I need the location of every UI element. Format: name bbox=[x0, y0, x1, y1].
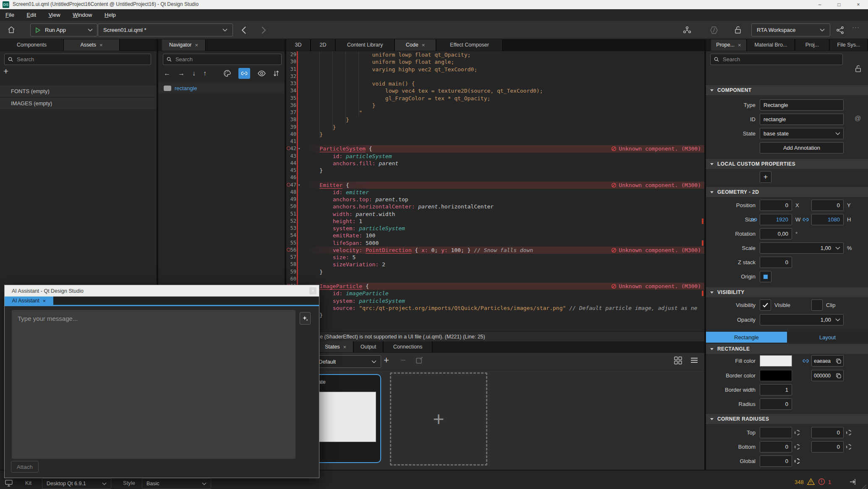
ai-sparkle-button[interactable] bbox=[300, 312, 311, 325]
code-line-54[interactable]: 54 emitRate: 100 bbox=[286, 232, 704, 239]
tab-projects[interactable]: Proj... bbox=[795, 39, 829, 51]
line-number[interactable]: 44 bbox=[286, 160, 296, 167]
line-number[interactable]: 42 bbox=[286, 145, 296, 152]
reset-icon[interactable] bbox=[795, 430, 800, 435]
opacity-field[interactable]: 1,00 bbox=[760, 314, 844, 325]
link-icon[interactable] bbox=[803, 216, 809, 223]
code-line-29[interactable]: 29 uniform lowp float qt_Opacity; bbox=[286, 51, 704, 58]
alias-at-icon[interactable]: @ bbox=[855, 114, 861, 122]
menu-window[interactable]: Window bbox=[67, 9, 97, 21]
line-number[interactable]: 39 bbox=[286, 124, 296, 131]
back-button[interactable] bbox=[241, 26, 246, 34]
code-line-39[interactable]: 39 } bbox=[286, 124, 704, 131]
share-icon[interactable] bbox=[836, 26, 844, 34]
line-number[interactable]: 30 bbox=[286, 58, 296, 65]
section-corner-radiuses[interactable]: CORNER RADIUSES bbox=[706, 414, 868, 424]
code-line-37[interactable]: 37 " bbox=[286, 109, 704, 116]
link-icon[interactable] bbox=[803, 358, 809, 364]
properties-search[interactable] bbox=[710, 54, 843, 65]
tab-2d[interactable]: 2D bbox=[311, 39, 335, 51]
line-number[interactable]: 57 bbox=[286, 254, 296, 261]
tab-output[interactable]: Output bbox=[354, 341, 383, 352]
line-number[interactable]: 49 bbox=[286, 196, 296, 203]
id-field[interactable]: rectangle bbox=[760, 114, 844, 125]
radius-field[interactable]: 0 bbox=[760, 398, 792, 410]
fill-color-swatch[interactable] bbox=[760, 355, 792, 367]
ai-assistant-titlebar[interactable]: AI Assistant - Qt Design Studio × bbox=[5, 285, 319, 297]
code-line-51[interactable]: 51 width: parent.width bbox=[286, 211, 704, 218]
state-dropdown[interactable]: base state bbox=[760, 128, 844, 139]
line-number[interactable]: 31 bbox=[286, 66, 296, 73]
tab-states[interactable]: States× bbox=[318, 341, 353, 352]
code-line-36[interactable]: 36 } bbox=[286, 102, 704, 109]
corner-bottom-right-field[interactable]: 0 bbox=[811, 441, 844, 453]
line-number[interactable]: 33 bbox=[286, 80, 296, 87]
close-icon[interactable]: × bbox=[99, 42, 103, 48]
sort-order-icon[interactable] bbox=[273, 70, 279, 77]
line-number[interactable]: 47 bbox=[286, 182, 296, 189]
error-count[interactable]: 1 bbox=[828, 479, 831, 485]
code-line-43[interactable]: 43 id: particleSystem bbox=[286, 153, 704, 160]
line-number[interactable]: 54 bbox=[286, 232, 296, 239]
tab-code[interactable]: Code× bbox=[395, 39, 436, 51]
tab-material-browser[interactable]: Material Bro... bbox=[747, 39, 795, 51]
code-line-48[interactable]: 48 id: emitter bbox=[286, 189, 704, 196]
code-line-35[interactable]: 35 gl_FragColor = tex * qt_Opacity; bbox=[286, 95, 704, 102]
code-line-32[interactable]: 32 bbox=[286, 73, 704, 80]
menu-help[interactable]: Help bbox=[99, 9, 121, 21]
effects-hexagon-icon[interactable] bbox=[709, 26, 719, 35]
line-number[interactable]: 37 bbox=[286, 109, 296, 116]
add-asset-button[interactable]: + bbox=[3, 66, 8, 76]
visible-checkbox[interactable] bbox=[760, 299, 771, 311]
assets-row-images[interactable]: IMAGES (empty) bbox=[0, 98, 157, 109]
code-line-45[interactable]: 45 } bbox=[286, 167, 704, 174]
line-number[interactable]: 43 bbox=[286, 153, 296, 160]
code-line-34[interactable]: 34 lowp vec4 tex = texture2D(source, qt_… bbox=[286, 87, 704, 94]
visibility-eye-icon[interactable] bbox=[258, 70, 266, 76]
line-number[interactable]: 48 bbox=[286, 189, 296, 196]
code-line-31[interactable]: 31 varying highp vec2 qt_TexCoord0; bbox=[286, 66, 704, 73]
border-hex-field[interactable]: 000000 bbox=[811, 370, 844, 381]
copy-icon[interactable] bbox=[836, 373, 841, 378]
tab-assets[interactable]: Assets× bbox=[64, 39, 120, 51]
add-state-button[interactable]: + bbox=[384, 355, 389, 366]
navigator-search[interactable] bbox=[163, 54, 282, 65]
style-selector[interactable]: Basic bbox=[142, 478, 211, 489]
line-number[interactable]: 58 bbox=[286, 261, 296, 268]
menu-file[interactable]: File bbox=[0, 9, 20, 21]
border-color-swatch[interactable] bbox=[760, 370, 792, 381]
corner-global-field[interactable]: 0 bbox=[760, 455, 792, 467]
code-line-62[interactable]: 62 id: imageParticle bbox=[286, 290, 704, 297]
tab-effect-composer[interactable]: Effect Composer bbox=[437, 39, 503, 51]
tab-components[interactable]: Components bbox=[0, 39, 64, 51]
attach-button[interactable]: Attach bbox=[11, 461, 39, 473]
corner-top-right-field[interactable]: 0 bbox=[811, 427, 844, 438]
more-options-icon[interactable]: ··· bbox=[852, 23, 860, 31]
list-view-icon[interactable] bbox=[690, 357, 698, 363]
corner-bottom-left-field[interactable]: 0 bbox=[760, 441, 792, 453]
lock-icon[interactable] bbox=[734, 26, 742, 34]
code-line-33[interactable]: 33 void main() { bbox=[286, 80, 704, 87]
link-toggle-button[interactable] bbox=[238, 68, 250, 79]
position-x-field[interactable]: 0 bbox=[760, 200, 792, 211]
navigator-search-input[interactable] bbox=[175, 56, 278, 63]
reset-icon[interactable] bbox=[795, 444, 800, 450]
kit-selector[interactable]: Desktop Qt 6.9.1 bbox=[42, 478, 111, 489]
code-line-59[interactable]: 59 } bbox=[286, 268, 704, 276]
code-line-58[interactable]: 58 sizeVariation: 2 bbox=[286, 261, 704, 268]
resize-grip[interactable] bbox=[858, 484, 866, 489]
code-line-44[interactable]: 44 anchors.fill: parent bbox=[286, 160, 704, 167]
ai-message-input[interactable] bbox=[12, 310, 295, 459]
tab-3d[interactable]: 3D bbox=[286, 39, 311, 51]
code-line-50[interactable]: 50 anchors.horizontalCenter: parent.hori… bbox=[286, 203, 704, 210]
tab-connections[interactable]: Connections bbox=[384, 341, 432, 352]
rotation-field[interactable]: 0,00 bbox=[760, 228, 792, 239]
section-visibility[interactable]: VISIBILITY bbox=[706, 287, 868, 297]
workspace-selector[interactable]: RTA Workspace bbox=[751, 23, 830, 36]
warning-count[interactable]: 348 bbox=[795, 479, 804, 485]
section-component[interactable]: COMPONENT bbox=[706, 85, 868, 95]
line-number[interactable]: 38 bbox=[286, 116, 296, 123]
close-icon[interactable]: × bbox=[309, 287, 316, 294]
assets-search-input[interactable] bbox=[16, 56, 147, 63]
palette-icon[interactable] bbox=[223, 70, 231, 77]
